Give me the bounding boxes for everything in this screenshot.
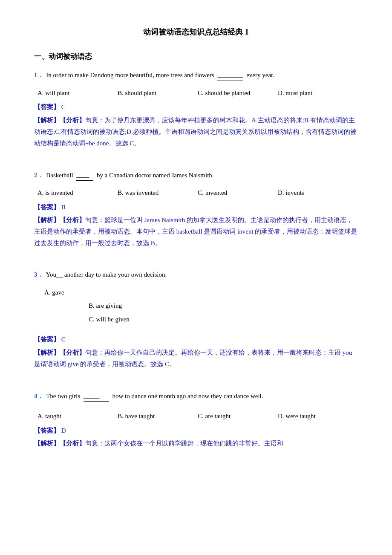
analysis-text-4: 句意：这两个女孩在一个月以前学跳舞，现在他们跳的非常好。主语和	[85, 440, 283, 447]
answer-label-3: 【答案】	[34, 336, 60, 343]
option-2d: D. invents	[278, 188, 358, 199]
question-body-1: In order to make Dandong more beautiful,…	[46, 72, 214, 78]
answer-value-3: C	[61, 336, 66, 343]
question-block-4: 4． The two girls _____ how to dance one …	[34, 390, 358, 450]
analysis-prefix-1: 【分析】	[60, 117, 85, 124]
answer-value-2: B	[61, 204, 66, 211]
blank-1: ________	[217, 69, 243, 81]
question-number-1: 1．	[34, 72, 44, 78]
question-number-4: 4．	[34, 393, 44, 399]
options-2: A. is invented B. was invented C. invent…	[34, 188, 358, 199]
analysis-prefix-2: 【分析】	[60, 217, 85, 223]
question-body-3: You__ another day to make your own decis…	[46, 271, 167, 278]
options-1: A. will plant B. should plant C. should …	[34, 88, 358, 99]
question-text-4: 4． The two girls _____ how to dance one …	[34, 390, 358, 402]
question-after-2: by a Canadian doctor named James Naismit…	[97, 172, 214, 179]
option-1c: C. should be planted	[198, 88, 278, 99]
section-title: 一、动词被动语态	[34, 51, 358, 63]
question-after-1: every year.	[246, 72, 274, 78]
analysis-prefix-3: 【分析】	[60, 349, 85, 356]
option-2a: A. is invented	[37, 188, 118, 199]
answer-label-2: 【答案】	[34, 204, 60, 211]
analysis-4: 【解析】【分析】句意：这两个女孩在一个月以前学跳舞，现在他们跳的非常好。主语和	[34, 438, 358, 449]
answer-label-4: 【答案】	[34, 427, 60, 434]
blank-4: _____	[84, 390, 109, 402]
answer-value-1: C	[61, 104, 66, 110]
question-body-2: Basketball	[46, 172, 73, 179]
option-4b: B. have taught	[118, 411, 198, 422]
analysis-label-4: 【解析】	[34, 440, 60, 447]
option-4c: C. are taught	[198, 411, 278, 422]
question-text-3: 3． You__ another day to make your own de…	[34, 269, 358, 280]
options-4: A. taught B. have taught C. are taught D…	[34, 411, 358, 422]
analysis-3: 【解析】【分析】句意：再给你一天作自己的决定。再给你一天，还没有给，表将来，用一…	[34, 347, 358, 370]
analysis-label-2: 【解析】	[34, 217, 60, 223]
question-number-2: 2．	[34, 172, 44, 179]
question-after-4: how to dance one month ago and now they …	[112, 393, 263, 399]
option-3c: C. will be given	[37, 314, 358, 325]
option-2b: B. was invented	[118, 188, 198, 199]
question-number-3: 3．	[34, 271, 44, 278]
answer-4: 【答案】 D	[34, 425, 358, 436]
option-4a: A. taught	[37, 411, 118, 422]
answer-2: 【答案】 B	[34, 202, 358, 213]
question-text-2: 2． Basketball ____ by a Canadian doctor …	[34, 170, 358, 181]
question-block-3: 3． You__ another day to make your own de…	[34, 269, 358, 370]
analysis-label-3: 【解析】	[34, 349, 60, 356]
analysis-label-1: 【解析】	[34, 117, 60, 124]
option-4d: D. were taught	[278, 411, 358, 422]
analysis-1: 【解析】【分析】句意：为了使丹东更漂亮，应该每年种植更多的树木和花。A.主动语态…	[34, 115, 358, 149]
option-1a: A. will plant	[37, 88, 118, 99]
page-title: 动词被动语态知识点总结经典 1	[34, 26, 358, 39]
blank-2: ____	[76, 170, 93, 181]
option-1d: D. must plant	[278, 88, 358, 99]
option-3a: A. gave	[37, 287, 358, 298]
answer-value-4: D	[61, 427, 66, 434]
answer-3: 【答案】 C	[34, 334, 358, 345]
options-3: A. gave B. are giving C. will be given	[34, 287, 358, 325]
question-block-2: 2． Basketball ____ by a Canadian doctor …	[34, 170, 358, 249]
analysis-2: 【解析】【分析】句意：篮球是一位叫 James Naismith 的加拿大医生发…	[34, 214, 358, 249]
analysis-prefix-4: 【分析】	[60, 440, 85, 447]
option-1b: B. should plant	[118, 88, 198, 99]
answer-label-1: 【答案】	[34, 104, 60, 110]
option-3b: B. are giving	[37, 301, 358, 312]
option-2c: C. invented	[198, 188, 278, 199]
question-body-4: The two girls	[46, 393, 80, 399]
question-text-1: 1． In order to make Dandong more beautif…	[34, 69, 358, 81]
question-block-1: 1． In order to make Dandong more beautif…	[34, 69, 358, 149]
answer-1: 【答案】 C	[34, 102, 358, 113]
